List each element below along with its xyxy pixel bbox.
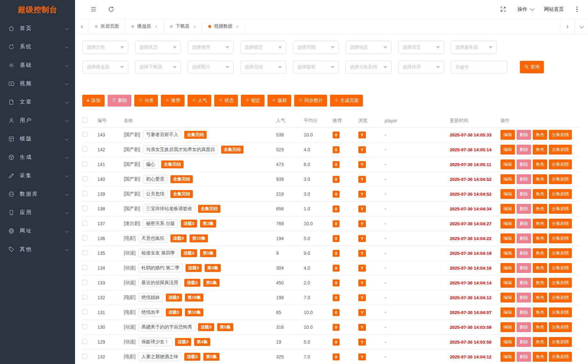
row-action-分集剧情[interactable]: 分集剧情 [549, 278, 572, 288]
row-action-删除[interactable]: 删除 [517, 322, 531, 332]
row-action-删除[interactable]: 删除 [517, 337, 531, 347]
view-badge[interactable]: Y [358, 146, 366, 153]
row-action-分集剧情[interactable]: 分集剧情 [549, 130, 572, 140]
row-action-角色[interactable]: 角色 [533, 352, 547, 362]
row-action-编辑[interactable]: 编辑 [500, 130, 515, 140]
row-action-编辑[interactable]: 编辑 [500, 307, 515, 317]
toolbar-button-版权[interactable]: 版权 [268, 95, 291, 107]
row-checkbox[interactable] [82, 235, 87, 240]
row-action-编辑[interactable]: 编辑 [500, 219, 515, 229]
sidebar-item-基础[interactable]: 基础 [0, 56, 75, 74]
row-action-编辑[interactable]: 编辑 [500, 322, 515, 332]
row-action-分集剧情[interactable]: 分集剧情 [549, 189, 572, 199]
filter-select-选择完结[interactable]: 选择完结 [240, 61, 286, 74]
row-action-角色[interactable]: 角色 [533, 130, 547, 140]
row-checkbox[interactable] [82, 206, 87, 211]
row-action-编辑[interactable]: 编辑 [500, 263, 515, 273]
recommend-badge[interactable]: 0 [333, 353, 340, 360]
recommend-badge[interactable]: 0 [333, 220, 340, 227]
sidebar-item-数据库[interactable]: 数据库 [0, 185, 75, 203]
row-action-删除[interactable]: 删除 [517, 233, 531, 243]
recommend-badge[interactable]: 0 [333, 324, 340, 331]
row-action-分集剧情[interactable]: 分集剧情 [549, 219, 572, 229]
row-action-编辑[interactable]: 编辑 [500, 293, 515, 303]
row-action-角色[interactable]: 角色 [533, 307, 547, 317]
row-checkbox[interactable] [82, 191, 87, 196]
view-badge[interactable]: Y [358, 161, 366, 168]
fullscreen-icon[interactable] [500, 6, 506, 12]
row-action-删除[interactable]: 删除 [517, 307, 531, 317]
filter-select-选择图片[interactable]: 选择图片 [188, 61, 234, 74]
recommend-badge[interactable]: 0 [333, 279, 340, 286]
recommend-badge[interactable]: 0 [333, 309, 340, 316]
row-action-删除[interactable]: 删除 [517, 130, 531, 140]
row-action-分集剧情[interactable]: 分集剧情 [549, 248, 572, 258]
sidebar-item-生成[interactable]: 生成 [0, 148, 75, 166]
keyword-input[interactable] [451, 61, 507, 74]
toolbar-button-同步图片[interactable]: 同步图片 [294, 95, 327, 107]
row-action-分集剧情[interactable]: 分集剧情 [549, 337, 572, 347]
filter-select-选择服务器[interactable]: 选择服务器 [451, 41, 497, 54]
row-checkbox[interactable] [82, 132, 87, 137]
collapse-menu-icon[interactable] [90, 6, 97, 12]
row-checkbox[interactable] [82, 280, 87, 285]
row-action-角色[interactable]: 角色 [533, 248, 547, 258]
row-action-角色[interactable]: 角色 [533, 263, 547, 273]
row-action-角色[interactable]: 角色 [533, 189, 547, 199]
row-checkbox[interactable] [82, 147, 87, 152]
row-action-角色[interactable]: 角色 [533, 145, 547, 155]
row-action-角色[interactable]: 角色 [533, 293, 547, 303]
row-action-角色[interactable]: 角色 [533, 278, 547, 288]
row-checkbox[interactable] [82, 309, 87, 314]
tab-视频数据[interactable]: 视频数据× [202, 19, 245, 34]
recommend-badge[interactable]: 0 [333, 235, 340, 242]
sidebar-item-应用[interactable]: 应用 [0, 203, 75, 222]
sidebar-item-系统[interactable]: 系统 [0, 37, 75, 56]
toolbar-button-状态[interactable]: 状态 [214, 95, 238, 107]
row-action-编辑[interactable]: 编辑 [500, 174, 515, 184]
row-action-删除[interactable]: 删除 [517, 293, 531, 303]
close-icon[interactable]: × [236, 24, 239, 29]
view-badge[interactable]: Y [358, 265, 366, 272]
tab-播放器[interactable]: 播放器× [125, 19, 164, 34]
recommend-badge[interactable]: 0 [333, 250, 340, 257]
row-action-角色[interactable]: 角色 [533, 174, 547, 184]
row-action-删除[interactable]: 删除 [517, 219, 531, 229]
row-action-删除[interactable]: 删除 [517, 248, 531, 258]
row-action-删除[interactable]: 删除 [517, 352, 531, 362]
view-badge[interactable]: Y [358, 220, 366, 227]
row-checkbox[interactable] [82, 339, 87, 344]
row-checkbox[interactable] [82, 324, 87, 329]
sidebar-item-视频[interactable]: 视频 [0, 74, 75, 93]
row-action-删除[interactable]: 删除 [517, 204, 531, 214]
row-action-编辑[interactable]: 编辑 [500, 145, 515, 155]
row-action-编辑[interactable]: 编辑 [500, 337, 515, 347]
site-home-link[interactable]: 网站首页 [544, 6, 564, 12]
close-icon[interactable]: × [155, 24, 158, 29]
filter-select-选择分集剧情[interactable]: 选择分集剧情 [345, 61, 392, 74]
view-badge[interactable]: Y [358, 353, 366, 360]
row-action-角色[interactable]: 角色 [533, 322, 547, 332]
filter-select-选择下载器[interactable]: 选择下载器 [135, 61, 181, 74]
sidebar-item-文章[interactable]: 文章 [0, 93, 75, 111]
recommend-badge[interactable]: 0 [333, 161, 340, 168]
view-badge[interactable]: Y [358, 132, 366, 138]
row-action-删除[interactable]: 删除 [517, 159, 531, 169]
row-action-删除[interactable]: 删除 [517, 263, 531, 273]
row-checkbox[interactable] [82, 295, 87, 300]
sidebar-item-用户[interactable]: 用户 [0, 111, 75, 130]
toolbar-button-生成页面[interactable]: 生成页面 [330, 95, 363, 107]
tabs-scroll-left-icon[interactable]: ‹ [75, 19, 89, 34]
recommend-badge[interactable]: 0 [333, 132, 340, 138]
search-button[interactable]: 查询 [520, 61, 544, 73]
row-checkbox[interactable] [82, 354, 87, 359]
sidebar-item-其他[interactable]: 其他 [0, 240, 75, 258]
row-action-分集剧情[interactable]: 分集剧情 [549, 159, 572, 169]
filter-select-选择版权[interactable]: 选择版权 [293, 61, 339, 74]
close-icon[interactable]: × [193, 24, 196, 29]
row-action-删除[interactable]: 删除 [517, 145, 531, 155]
view-badge[interactable]: Y [358, 235, 366, 242]
row-checkbox[interactable] [82, 250, 87, 255]
refresh-icon[interactable] [108, 6, 115, 12]
row-action-角色[interactable]: 角色 [533, 233, 547, 243]
